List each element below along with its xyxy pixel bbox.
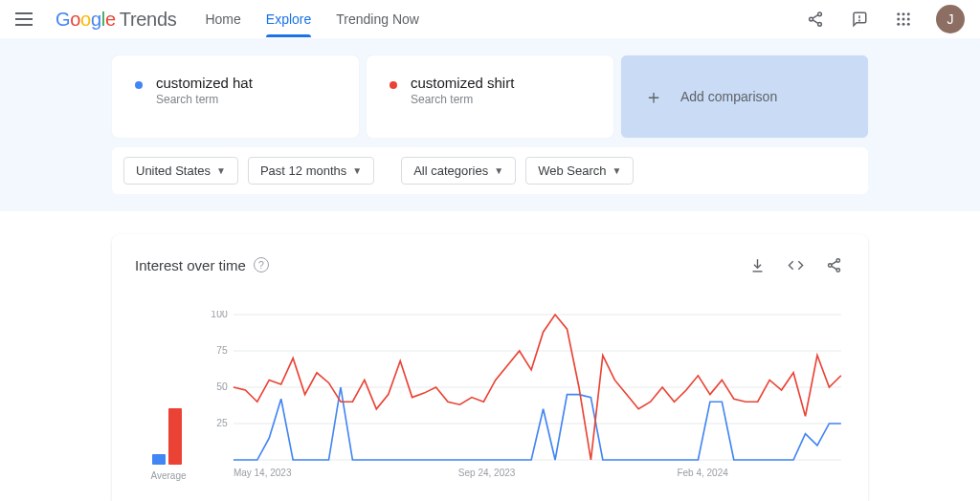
nav-explore[interactable]: Explore (266, 3, 311, 35)
filter-category-label: All categories (413, 163, 488, 178)
primary-nav: Home Explore Trending Now (205, 3, 418, 35)
compare-card-1[interactable]: customized hat Search term (112, 55, 359, 138)
download-icon[interactable] (746, 253, 768, 276)
series-color-dot (135, 81, 143, 89)
panel-title: Interest over time (135, 257, 246, 273)
svg-text:75: 75 (216, 345, 228, 356)
top-bar: GoogleTrends Home Explore Trending Now J (0, 0, 980, 38)
apps-icon[interactable] (892, 8, 915, 31)
filter-category[interactable]: All categories ▼ (401, 157, 516, 185)
svg-point-9 (907, 12, 910, 15)
svg-line-4 (813, 20, 818, 23)
help-icon[interactable]: ? (254, 257, 269, 272)
svg-text:100: 100 (211, 311, 228, 319)
google-trends-logo[interactable]: GoogleTrends (56, 9, 176, 31)
plus-icon: ＋ (644, 87, 663, 106)
filter-timeframe-label: Past 12 months (260, 163, 346, 178)
svg-point-10 (897, 18, 900, 21)
svg-point-17 (828, 263, 832, 267)
interest-over-time-panel: Interest over time ? Ave (112, 234, 868, 501)
average-bars: Average (135, 311, 202, 481)
compare-card-label: customized shirt (411, 75, 514, 91)
filter-search-type-label: Web Search (538, 163, 606, 178)
filter-region[interactable]: United States ▼ (123, 157, 238, 185)
svg-point-8 (902, 12, 905, 15)
compare-card-label: customized hat (156, 75, 253, 91)
chevron-down-icon: ▼ (612, 165, 621, 176)
svg-point-15 (907, 23, 910, 26)
svg-point-11 (902, 18, 905, 21)
share-icon[interactable] (804, 8, 827, 31)
add-comparison-label: Add comparison (680, 89, 777, 104)
svg-point-7 (897, 12, 900, 15)
svg-point-2 (818, 22, 822, 26)
nav-home[interactable]: Home (205, 3, 240, 35)
filter-bar: United States ▼ Past 12 months ▼ All cat… (112, 147, 868, 194)
main-content: Interest over time ? Ave (0, 211, 980, 501)
chevron-down-icon: ▼ (352, 165, 362, 176)
svg-text:25: 25 (216, 418, 228, 428)
line-chart: 255075100 May 14, 2023Sep 24, 2023Feb 4,… (210, 311, 845, 481)
feedback-icon[interactable] (848, 8, 871, 31)
nav-trending[interactable]: Trending Now (336, 3, 419, 35)
svg-line-19 (831, 261, 835, 264)
compare-card-2[interactable]: customized shirt Search term (367, 55, 613, 138)
share-icon[interactable] (822, 253, 845, 276)
filter-timeframe[interactable]: Past 12 months ▼ (248, 157, 374, 185)
svg-point-6 (859, 20, 860, 21)
chevron-down-icon: ▼ (216, 165, 226, 176)
menu-icon[interactable] (15, 8, 38, 31)
average-label: Average (150, 470, 186, 481)
svg-point-1 (810, 17, 813, 21)
account-avatar[interactable]: J (936, 5, 965, 33)
svg-line-3 (813, 15, 818, 18)
series-color-dot (390, 81, 397, 89)
svg-point-18 (835, 268, 839, 272)
filter-region-label: United States (136, 163, 211, 178)
svg-point-12 (907, 18, 910, 21)
svg-line-20 (831, 266, 835, 269)
svg-point-14 (902, 23, 905, 26)
svg-text:50: 50 (216, 381, 228, 392)
add-comparison-card[interactable]: ＋ Add comparison (621, 55, 868, 138)
svg-point-13 (897, 23, 900, 26)
filter-search-type[interactable]: Web Search ▼ (525, 157, 634, 185)
compare-card-sub: Search term (411, 93, 514, 106)
embed-icon[interactable] (784, 253, 807, 276)
svg-point-0 (818, 12, 822, 16)
compare-cards: customized hat Search term customized sh… (112, 55, 868, 138)
chevron-down-icon: ▼ (494, 165, 503, 176)
svg-point-16 (835, 258, 839, 262)
compare-card-sub: Search term (156, 93, 253, 106)
compare-band: customized hat Search term customized sh… (0, 38, 980, 211)
